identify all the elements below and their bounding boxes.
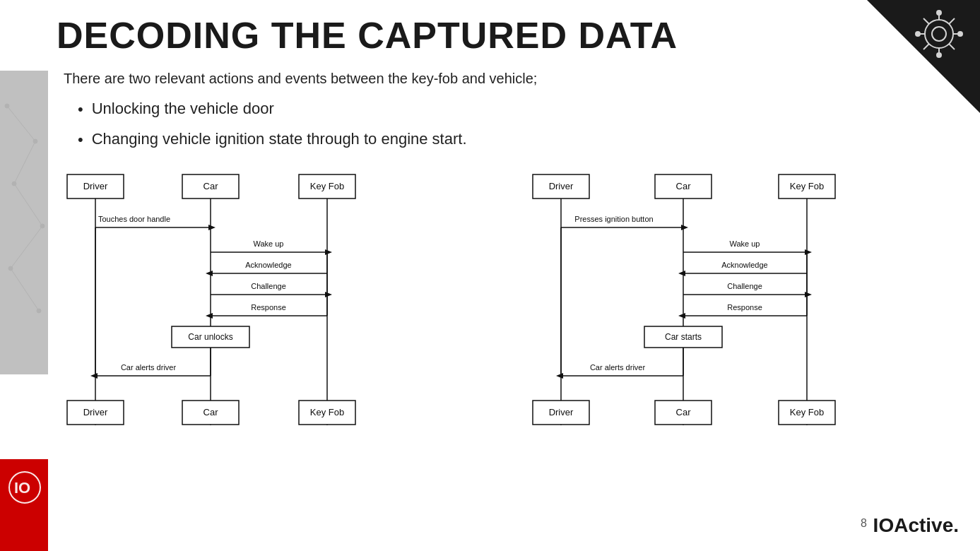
svg-marker-79 [681, 225, 688, 230]
svg-marker-88 [805, 292, 812, 297]
svg-line-26 [949, 44, 955, 49]
svg-text:Key Fob: Key Fob [310, 407, 344, 417]
svg-text:Wake up: Wake up [253, 239, 283, 248]
start-diagram: Driver Car Key Fob Presses ignition butt… [529, 171, 967, 468]
svg-point-8 [33, 139, 37, 143]
svg-text:Key Fob: Key Fob [789, 181, 823, 191]
intro-text: There are two relevant actions and event… [64, 71, 966, 87]
svg-text:Car: Car [203, 181, 219, 191]
svg-text:Touches door handle: Touches door handle [98, 215, 170, 223]
svg-marker-96 [556, 373, 563, 379]
bullet-dot-2: • [78, 130, 83, 150]
logo-io: IO [873, 514, 895, 536]
svg-point-9 [12, 182, 16, 186]
svg-point-28 [937, 53, 941, 57]
bullet-item-2: • Changing vehicle ignition state throug… [78, 130, 966, 150]
bullet-list: • Unlocking the vehicle door • Changing … [78, 100, 966, 150]
svg-marker-85 [678, 271, 685, 276]
svg-point-30 [958, 32, 962, 36]
logo-active: Active [894, 514, 953, 536]
bullet-text-2: Changing vehicle ignition state through … [92, 130, 467, 148]
svg-rect-13 [0, 459, 48, 551]
svg-text:Car: Car [203, 407, 219, 417]
svg-point-11 [8, 266, 13, 271]
svg-point-10 [40, 224, 45, 228]
diagrams-container: Driver Car Key Fob Touches door handle [64, 171, 966, 468]
bullet-item-1: • Unlocking the vehicle door [78, 100, 966, 120]
svg-text:Challenge: Challenge [251, 282, 286, 290]
logo-dot: . [953, 514, 959, 536]
svg-text:Driver: Driver [548, 407, 573, 417]
svg-point-18 [932, 27, 946, 41]
svg-text:Acknowledge: Acknowledge [721, 261, 767, 269]
svg-line-23 [923, 18, 929, 24]
svg-text:Car alerts driver: Car alerts driver [121, 363, 177, 372]
svg-text:Response: Response [251, 303, 286, 312]
svg-text:Presses ignition button: Presses ignition button [574, 215, 653, 223]
svg-text:Key Fob: Key Fob [310, 181, 344, 191]
svg-text:Wake up: Wake up [729, 239, 760, 248]
ioactive-logo: IOActive. [873, 514, 959, 537]
svg-marker-41 [208, 225, 216, 230]
svg-marker-47 [206, 271, 213, 276]
svg-marker-58 [90, 373, 98, 379]
svg-text:Driver: Driver [83, 407, 108, 417]
svg-text:Car unlocks: Car unlocks [188, 332, 232, 342]
svg-marker-50 [325, 292, 332, 297]
svg-text:Acknowledge: Acknowledge [245, 261, 291, 269]
page-title: DECODING THE CAPTURED DATA [57, 14, 966, 57]
svg-text:Key Fob: Key Fob [789, 407, 823, 417]
svg-marker-53 [206, 313, 213, 319]
svg-marker-91 [678, 313, 685, 319]
svg-text:Response: Response [727, 303, 762, 312]
unlock-diagram: Driver Car Key Fob Touches door handle [64, 171, 501, 468]
svg-marker-44 [325, 249, 332, 255]
svg-marker-82 [805, 249, 812, 255]
svg-text:Car: Car [675, 181, 691, 191]
page-number: 8 [861, 517, 867, 530]
svg-text:Challenge: Challenge [727, 282, 762, 290]
bullet-dot-1: • [78, 100, 83, 120]
svg-line-24 [949, 18, 955, 24]
svg-text:Car: Car [675, 407, 691, 417]
svg-text:Car starts: Car starts [664, 332, 701, 342]
svg-point-7 [5, 104, 9, 108]
svg-point-12 [37, 309, 41, 313]
svg-rect-1 [0, 71, 48, 374]
svg-point-29 [916, 32, 920, 36]
svg-text:IO: IO [14, 479, 30, 497]
bullet-text-1: Unlocking the vehicle door [92, 100, 274, 118]
svg-point-27 [937, 11, 941, 15]
svg-text:Driver: Driver [548, 181, 573, 191]
svg-text:Driver: Driver [83, 181, 108, 191]
svg-text:Car alerts driver: Car alerts driver [589, 363, 645, 372]
svg-line-25 [923, 44, 929, 49]
